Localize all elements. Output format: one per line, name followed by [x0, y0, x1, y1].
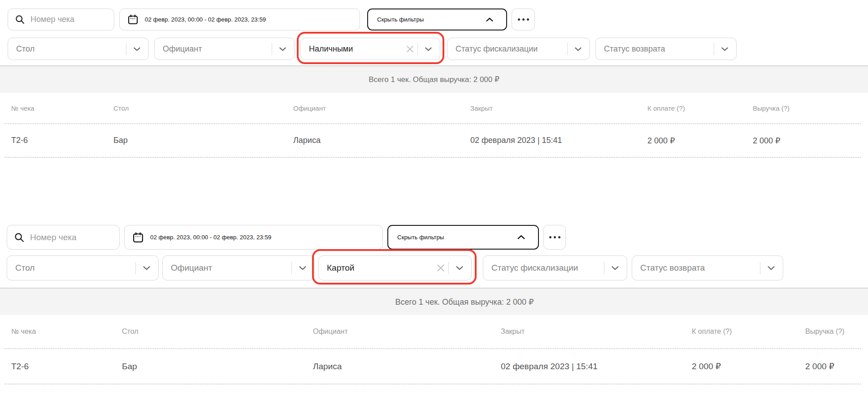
filter-refund-status-label: Статус возврата — [604, 44, 710, 54]
filter-waiter-dropdown[interactable]: Официант — [162, 255, 315, 280]
divider — [126, 43, 127, 55]
col-closed: Закрыт — [501, 328, 692, 336]
chevron-down-icon — [720, 44, 729, 54]
hide-filters-button[interactable]: Скрыть фильтры — [367, 9, 507, 30]
col-to-pay: К оплате (?) — [647, 104, 753, 112]
filter-fiscal-status-label: Статус фискализации — [456, 44, 564, 54]
filter-payment-dropdown[interactable]: Наличными — [300, 38, 440, 60]
chevron-down-icon — [298, 263, 308, 273]
toolbar: 02 февр. 2023, 00:00 - 02 февр. 2023, 23… — [7, 225, 868, 250]
divider — [417, 43, 418, 55]
divider — [604, 262, 605, 274]
col-to-pay: К оплате (?) — [692, 328, 805, 336]
search-box[interactable] — [8, 9, 114, 30]
col-revenue: Выручка (?) — [753, 104, 861, 112]
col-revenue: Выручка (?) — [805, 328, 861, 336]
waiter-value: Лариса — [293, 136, 470, 145]
filter-waiter-dropdown[interactable]: Официант — [154, 38, 295, 60]
divider — [448, 262, 449, 274]
chevron-down-icon — [424, 44, 433, 54]
filter-refund-status-dropdown[interactable]: Статус возврата — [632, 255, 783, 280]
search-icon — [15, 15, 25, 24]
filter-payment-dropdown[interactable]: Картой — [318, 255, 472, 280]
waiter-value: Лариса — [313, 362, 501, 371]
receipts-page: 02 февр. 2023, 00:00 - 02 февр. 2023, 23… — [0, 0, 868, 397]
filter-fiscal-status-dropdown[interactable]: Статус фискализации — [447, 38, 590, 60]
filter-fiscal-status-dropdown[interactable]: Статус фискализации — [483, 255, 627, 280]
filter-table-label: Стол — [15, 263, 132, 273]
chevron-down-icon — [455, 263, 464, 273]
filter-waiter-label: Официант — [163, 44, 268, 54]
filter-payment-wrap: Картой — [318, 255, 472, 280]
chevron-down-icon — [766, 263, 776, 273]
divider — [135, 262, 136, 274]
col-waiter: Официант — [293, 104, 470, 112]
col-table: Стол — [122, 328, 313, 336]
search-box[interactable] — [7, 225, 120, 250]
chevron-down-icon — [573, 44, 583, 54]
to-pay-value: 2 000 ₽ — [647, 136, 753, 146]
calendar-icon — [133, 232, 143, 243]
calendar-icon — [128, 14, 138, 25]
divider — [567, 43, 568, 55]
table-value: Бар — [113, 136, 293, 145]
hide-filters-button[interactable]: Скрыть фильтры — [387, 225, 539, 250]
revenue-value: 2 000 ₽ — [753, 136, 861, 146]
table-row[interactable]: T2-6 Бар Лариса 02 февраля 2023 | 15:41 … — [4, 123, 861, 158]
divider — [291, 262, 292, 274]
divider — [272, 43, 273, 55]
summary-bar: Всего 1 чек. Общая выручка: 2 000 ₽ — [0, 288, 868, 315]
receipts-panel-card: 02 февр. 2023, 00:00 - 02 февр. 2023, 23… — [0, 225, 868, 384]
summary-text: Всего 1 чек. Общая выручка: 2 000 ₽ — [369, 75, 499, 84]
filter-waiter-label: Официант — [171, 263, 288, 273]
receipt-number: T2-6 — [11, 136, 113, 145]
date-range-button[interactable]: 02 февр. 2023, 00:00 - 02 февр. 2023, 23… — [119, 9, 360, 30]
table-value: Бар — [122, 362, 313, 371]
divider — [714, 43, 715, 55]
receipts-panel-cash: 02 февр. 2023, 00:00 - 02 февр. 2023, 23… — [0, 9, 868, 158]
filter-refund-status-label: Статус возврата — [640, 263, 756, 273]
date-range-label: 02 февр. 2023, 00:00 - 02 февр. 2023, 23… — [150, 234, 271, 241]
three-dots-icon — [518, 18, 529, 21]
chevron-down-icon — [142, 263, 152, 273]
table-header: № чека Стол Официант Закрыт К оплате (?)… — [4, 93, 861, 123]
revenue-value: 2 000 ₽ — [805, 361, 861, 371]
col-waiter: Официант — [313, 328, 501, 336]
summary-text: Всего 1 чек. Общая выручка: 2 000 ₽ — [395, 297, 534, 307]
receipt-number: T2-6 — [11, 362, 122, 371]
filter-payment-value: Наличными — [309, 44, 406, 54]
more-options-button[interactable] — [543, 225, 566, 250]
date-range-button[interactable]: 02 февр. 2023, 00:00 - 02 февр. 2023, 23… — [124, 225, 383, 250]
filter-table-dropdown[interactable]: Стол — [8, 38, 149, 60]
chevron-up-icon — [485, 15, 495, 25]
col-receipt-number: № чека — [11, 328, 122, 336]
filter-fiscal-status-label: Статус фискализации — [491, 263, 600, 273]
filter-payment-wrap: Наличными — [300, 38, 440, 60]
filter-table-label: Стол — [16, 44, 122, 54]
filter-refund-status-dropdown[interactable]: Статус возврата — [595, 38, 737, 60]
search-input[interactable] — [30, 233, 112, 242]
to-pay-value: 2 000 ₽ — [692, 361, 805, 371]
col-table: Стол — [113, 104, 293, 112]
chevron-down-icon — [132, 44, 142, 54]
filters-row: Стол Официант Картой — [7, 255, 868, 280]
three-dots-icon — [549, 236, 560, 238]
search-icon — [14, 233, 24, 242]
summary-bar: Всего 1 чек. Общая выручка: 2 000 ₽ — [0, 65, 868, 93]
chevron-down-icon — [278, 44, 287, 54]
toolbar: 02 февр. 2023, 00:00 - 02 февр. 2023, 23… — [8, 9, 868, 30]
filters-row: Стол Официант Наличными — [8, 38, 868, 60]
col-closed: Закрыт — [470, 104, 647, 112]
divider — [760, 262, 761, 274]
col-receipt-number: № чека — [11, 104, 113, 112]
table-header: № чека Стол Официант Закрыт К оплате (?)… — [4, 315, 861, 348]
filter-table-dropdown[interactable]: Стол — [7, 255, 159, 280]
closed-value: 02 февраля 2023 | 15:41 — [470, 136, 647, 145]
search-input[interactable] — [30, 15, 107, 24]
hide-filters-label: Скрыть фильтры — [397, 234, 444, 241]
date-range-label: 02 февр. 2023, 00:00 - 02 февр. 2023, 23… — [145, 16, 266, 23]
more-options-button[interactable] — [512, 9, 535, 30]
table-row[interactable]: T2-6 Бар Лариса 02 февраля 2023 | 15:41 … — [4, 348, 861, 384]
clear-filter-icon[interactable] — [437, 264, 445, 272]
clear-filter-icon[interactable] — [406, 45, 414, 53]
